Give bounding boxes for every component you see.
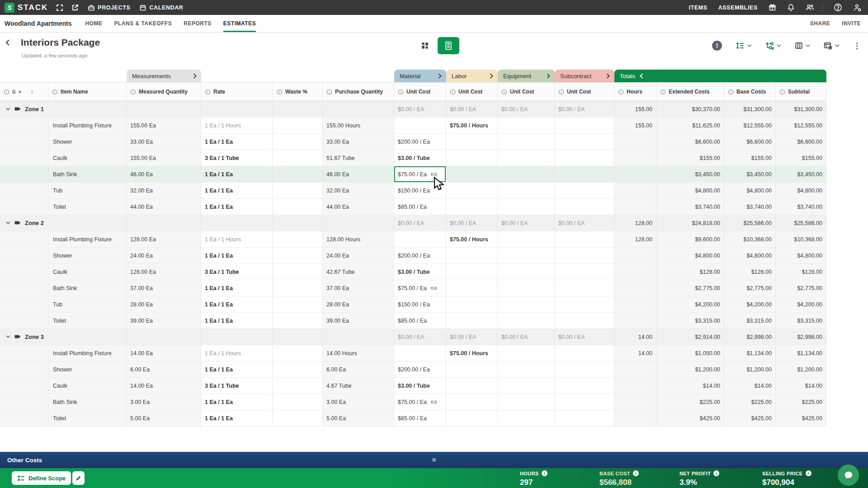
cell-base-costs[interactable]: $2,998.00 — [724, 329, 776, 345]
column-header-rate[interactable]: Rate — [201, 83, 273, 101]
column-header-unit-cost[interactable]: Unit Cost — [446, 83, 498, 101]
cell-rate[interactable]: 1 Ea / 1 Ea — [201, 280, 273, 296]
cell-purchase-quantity[interactable]: 4.67 Tube — [323, 378, 394, 394]
row-handle-cell[interactable] — [0, 264, 48, 280]
account-settings-icon[interactable] — [853, 4, 862, 12]
cell-waste[interactable] — [273, 248, 323, 263]
cell-purchase-quantity[interactable]: 28.00 Ea — [323, 296, 394, 312]
cell-measured-quantity[interactable]: 33.00 Ea — [127, 134, 201, 150]
cell-base-costs[interactable]: $225.00 — [724, 394, 776, 410]
cell-subtotal[interactable]: $3,740.00 — [776, 199, 826, 215]
cell-subcontract-unit-cost[interactable] — [555, 361, 614, 377]
zone-name-cell[interactable]: Zone 1 — [0, 101, 127, 117]
cell-extended-costs[interactable]: $4,800.00 — [656, 183, 724, 198]
cell-subcontract-unit-cost[interactable] — [555, 394, 614, 410]
column-header-subtotal[interactable]: Subtotal — [776, 83, 826, 101]
help-icon[interactable] — [834, 3, 842, 12]
cell-subtotal[interactable]: $3,315.00 — [776, 313, 826, 328]
cell-purchase-quantity[interactable]: 51.67 Tube — [323, 150, 394, 166]
cell-equipment-unit-cost[interactable] — [498, 361, 555, 377]
cell-hours[interactable] — [614, 361, 656, 377]
cell-base-costs[interactable]: $4,800.00 — [724, 248, 776, 263]
cell-waste[interactable] — [273, 329, 323, 345]
cell-waste[interactable] — [273, 280, 323, 296]
cell-subcontract-unit-cost[interactable]: $0.00 / EA — [555, 215, 614, 231]
cell-hours[interactable] — [614, 296, 656, 312]
cell-extended-costs[interactable]: $155.00 — [656, 150, 724, 166]
cell-subtotal[interactable]: $10,368.00 — [776, 231, 826, 247]
row-handle-cell[interactable] — [0, 394, 48, 410]
cell-extended-costs[interactable]: $3,450.00 — [656, 166, 724, 182]
cell-labor-unit-cost[interactable]: $75.00 / Hours — [446, 117, 498, 133]
cell-labor-unit-cost[interactable]: $75.00 / Hours — [446, 345, 498, 361]
cell-waste[interactable] — [273, 150, 323, 166]
cell-hours[interactable]: 155.00 — [614, 101, 656, 117]
cell-material-unit-cost[interactable]: $3.00 / Tube — [394, 264, 446, 280]
tab-estimates[interactable]: ESTIMATES — [223, 15, 256, 32]
cell-hours[interactable] — [614, 134, 656, 150]
chat-button[interactable] — [838, 465, 859, 486]
chevron-down-icon[interactable] — [5, 335, 11, 339]
cell-base-costs[interactable]: $3,450.00 — [724, 166, 776, 182]
cell-base-costs[interactable]: $4,800.00 — [724, 183, 776, 198]
cell-equipment-unit-cost[interactable] — [498, 199, 555, 215]
cell-subcontract-unit-cost[interactable] — [555, 231, 614, 247]
cell-hours[interactable] — [614, 394, 656, 410]
edit-markup-button[interactable] — [72, 471, 85, 485]
cell-subtotal[interactable]: $4,200.00 — [776, 296, 826, 312]
cell-purchase-quantity[interactable]: 14.00 Hours — [323, 345, 394, 361]
assemblies-nav[interactable]: ASSEMBLIES — [718, 5, 758, 11]
chevron-down-icon[interactable] — [5, 107, 11, 111]
cell-waste[interactable] — [273, 345, 323, 361]
cell-base-costs[interactable]: $14.00 — [724, 378, 776, 394]
column-header-item-name[interactable]: Item Name — [48, 83, 127, 101]
cell-extended-costs[interactable]: $6,600.00 — [656, 134, 724, 150]
cell-subtotal[interactable]: $6,600.00 — [776, 134, 826, 150]
group-measurements[interactable]: Measurements — [127, 70, 201, 82]
row-handle-cell[interactable] — [0, 313, 48, 328]
cell-extended-costs[interactable]: $14.00 — [656, 378, 724, 394]
row-height-dropdown[interactable] — [736, 42, 752, 50]
back-chevron-icon[interactable]: ‹ — [5, 35, 10, 48]
cell-subcontract-unit-cost[interactable] — [555, 166, 614, 182]
cell-labor-unit-cost[interactable] — [446, 199, 498, 215]
cell-purchase-quantity[interactable]: 155.00 Hours — [323, 117, 394, 133]
invite-button[interactable]: INVITE — [842, 20, 861, 27]
external-link-icon[interactable] — [71, 4, 79, 11]
cell-equipment-unit-cost[interactable] — [498, 394, 555, 410]
row-handle-cell[interactable] — [0, 134, 48, 150]
cell-material-unit-cost[interactable]: $0.00 / EA — [394, 329, 446, 345]
column-header-unit-cost[interactable]: Unit Cost — [498, 83, 555, 101]
cell-item-name[interactable]: Caulk — [48, 378, 127, 394]
column-header-unit-cost[interactable]: Unit Cost — [394, 83, 446, 101]
cell-subcontract-unit-cost[interactable] — [555, 410, 614, 426]
row-handle-cell[interactable] — [0, 150, 48, 166]
cell-subtotal[interactable]: $128.00 — [776, 264, 826, 280]
cell-labor-unit-cost[interactable] — [446, 248, 498, 263]
cell-base-costs[interactable]: $3,740.00 — [724, 199, 776, 215]
share-button[interactable]: SHARE — [810, 20, 830, 27]
cell-extended-costs[interactable]: $1,050.00 — [656, 345, 724, 361]
cell-extended-costs[interactable]: $425.00 — [656, 410, 724, 426]
gift-icon[interactable] — [769, 4, 776, 11]
cell-subcontract-unit-cost[interactable] — [555, 378, 614, 394]
cell-subcontract-unit-cost[interactable] — [555, 183, 614, 198]
cell-labor-unit-cost[interactable] — [446, 410, 498, 426]
cell-base-costs[interactable]: $1,134.00 — [724, 345, 776, 361]
cell-waste[interactable] — [273, 215, 323, 231]
cell-material-unit-cost[interactable]: $0.00 / EA — [394, 215, 446, 231]
cell-item-name[interactable]: Bath Sink — [48, 166, 127, 182]
cell-hours[interactable] — [614, 410, 656, 426]
cell-item-name[interactable]: Tub — [48, 183, 127, 198]
cell-rate[interactable]: 1 Ea / 1 Ea — [201, 296, 273, 312]
stack-logo[interactable]: S STACK — [5, 3, 48, 13]
row-handle-cell[interactable] — [0, 280, 48, 296]
cell-purchase-quantity[interactable]: 24.00 Ea — [323, 248, 394, 263]
cell-subcontract-unit-cost[interactable] — [555, 117, 614, 133]
cell-base-costs[interactable]: $128.00 — [724, 264, 776, 280]
calendar-nav[interactable]: CALENDAR — [139, 4, 183, 11]
cell-material-unit-cost[interactable]: $200.00 / Ea — [394, 361, 446, 377]
cell-item-name[interactable]: Install Plumbing Fixture — [48, 345, 127, 361]
cell-base-costs[interactable]: $4,200.00 — [724, 296, 776, 312]
cell-rate[interactable]: 1 Ea / 1 Ea — [201, 361, 273, 377]
